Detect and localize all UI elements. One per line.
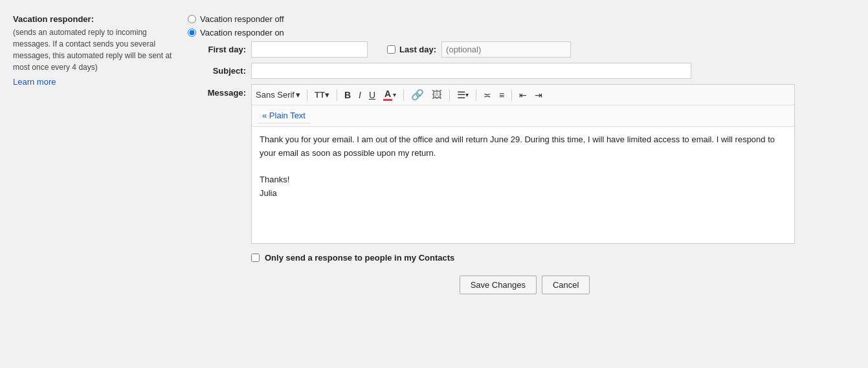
align-button[interactable]: ☰ ▾	[454, 88, 472, 102]
cancel-button[interactable]: Cancel	[542, 276, 590, 294]
bullet-list-button[interactable]: ≡	[496, 89, 507, 102]
sep-4	[449, 89, 450, 101]
last-day-section: Last day:	[387, 41, 571, 58]
first-day-input[interactable]: June 22, 2016	[251, 41, 368, 58]
align-icon: ☰	[457, 89, 465, 101]
italic-button[interactable]: I	[355, 89, 364, 102]
message-body[interactable]: Thank you for your email. I am out of th…	[252, 127, 794, 243]
right-panel: Vacation responder off Vacation responde…	[188, 13, 862, 355]
radio-row-on: Vacation responder on	[188, 28, 862, 38]
text-color-button[interactable]: A ▾	[380, 88, 399, 102]
section-title: Vacation responder:	[13, 14, 175, 24]
subject-label: Subject:	[188, 66, 246, 76]
vacation-on-radio[interactable]	[188, 28, 196, 37]
last-day-checkbox[interactable]	[387, 45, 395, 54]
link-button[interactable]: 🔗	[408, 87, 427, 102]
vacation-off-radio[interactable]	[188, 15, 196, 23]
bold-button[interactable]: B	[341, 89, 354, 102]
message-section: Message: Sans Serif ▾ TT ▾	[188, 84, 862, 244]
sep-1	[307, 89, 307, 101]
font-dropdown-arrow: ▾	[296, 90, 300, 100]
image-button[interactable]: 🖼	[428, 88, 445, 102]
text-color-dropdown: ▾	[393, 91, 396, 98]
text-color-bar	[383, 99, 392, 101]
underline-button[interactable]: U	[366, 89, 379, 102]
link-icon: 🔗	[411, 89, 424, 101]
font-size-button[interactable]: TT ▾	[311, 89, 333, 101]
numbered-list-icon: ≍	[484, 90, 491, 100]
numbered-list-button[interactable]: ≍	[480, 89, 495, 102]
font-name: Sans Serif	[256, 90, 295, 100]
learn-more-link[interactable]: Learn more	[13, 77, 56, 87]
last-day-label[interactable]: Last day:	[399, 45, 436, 54]
indent-increase-button[interactable]: ⇥	[531, 89, 546, 102]
save-changes-button[interactable]: Save Changes	[460, 276, 537, 294]
text-color-icon: A	[384, 89, 391, 98]
editor-wrapper: Sans Serif ▾ TT ▾ B I U	[251, 84, 795, 244]
sep-2	[337, 89, 337, 101]
sep-5	[476, 89, 476, 101]
last-day-input[interactable]	[441, 41, 571, 58]
font-size-icon: TT	[315, 90, 325, 100]
align-dropdown-arrow: ▾	[465, 91, 469, 98]
plain-text-link[interactable]: « Plain Text	[257, 108, 311, 124]
subject-input[interactable]: Out of the office 6/22 - 6/29	[251, 63, 691, 79]
indent-decrease-button[interactable]: ⇤	[516, 89, 530, 102]
contacts-row: Only send a response to people in my Con…	[251, 253, 862, 263]
subject-row: Subject: Out of the office 6/22 - 6/29	[188, 63, 862, 79]
plain-text-bar: « Plain Text	[252, 105, 794, 127]
sep-3	[403, 89, 404, 101]
bullet-list-icon: ≡	[499, 90, 504, 100]
first-day-label: First day:	[188, 45, 246, 54]
first-day-row: First day: June 22, 2016 Last day:	[188, 41, 862, 58]
font-selector[interactable]: Sans Serif ▾	[256, 90, 300, 100]
radio-row-off: Vacation responder off	[188, 14, 862, 24]
action-row: Save Changes Cancel	[188, 276, 862, 294]
editor-toolbar: Sans Serif ▾ TT ▾ B I U	[252, 85, 794, 105]
section-description: (sends an automated reply to incoming me…	[13, 27, 175, 73]
contacts-label[interactable]: Only send a response to people in my Con…	[265, 253, 454, 263]
vacation-off-label[interactable]: Vacation responder off	[200, 14, 284, 24]
message-label: Message:	[188, 84, 246, 98]
sep-6	[511, 89, 512, 101]
indent-decrease-icon: ⇤	[519, 90, 527, 100]
contacts-checkbox[interactable]	[251, 254, 260, 262]
vacation-on-label[interactable]: Vacation responder on	[200, 28, 284, 38]
left-panel: Vacation responder: (sends an automated …	[13, 13, 188, 355]
indent-increase-icon: ⇥	[535, 90, 542, 100]
size-dropdown-arrow: ▾	[325, 90, 329, 100]
image-icon: 🖼	[432, 89, 442, 101]
